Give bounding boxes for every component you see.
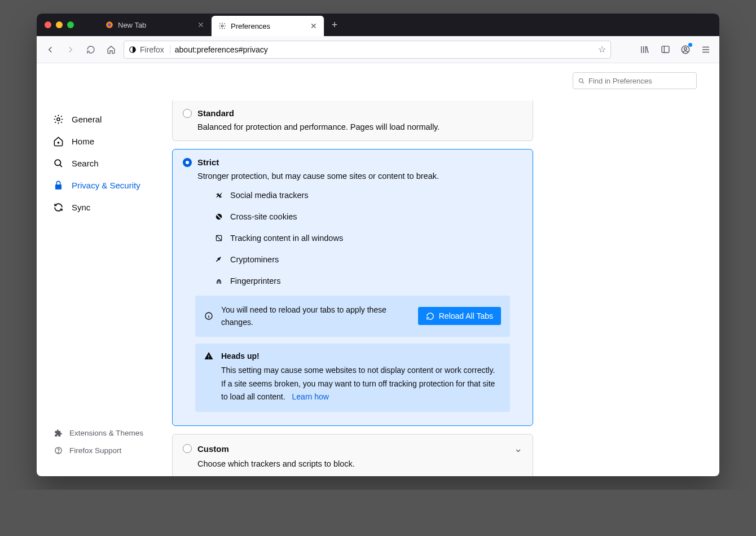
blocked-item-cookies: Cross-site cookies <box>214 212 522 221</box>
forward-button[interactable] <box>63 42 78 58</box>
svg-point-8 <box>58 142 59 143</box>
blocked-item-tracking: Tracking content in all windows <box>214 234 522 243</box>
warning-text: This setting may cause some websites to … <box>221 366 495 402</box>
svg-point-11 <box>58 452 59 452</box>
radio-icon[interactable] <box>183 444 192 453</box>
maximize-window-icon[interactable] <box>67 21 74 28</box>
browser-window: New Tab ✕ Preferences ✕ + Firefox <box>37 14 719 476</box>
thumbs-down-icon <box>214 191 223 199</box>
library-icon[interactable] <box>637 42 653 58</box>
find-in-preferences[interactable] <box>573 72 697 89</box>
notification-dot-icon <box>688 43 692 47</box>
gear-icon <box>218 22 226 30</box>
svg-point-7 <box>56 118 59 121</box>
etp-custom-card[interactable]: Custom ⌄ Choose which trackers and scrip… <box>172 434 533 476</box>
close-window-icon[interactable] <box>45 21 51 28</box>
sidebar-item-privacy[interactable]: Privacy & Security <box>41 174 168 196</box>
sidebar-item-label: General <box>72 115 102 124</box>
puzzle-icon <box>52 429 64 437</box>
sidebar-item-label: Firefox Support <box>69 446 121 455</box>
custom-title: Custom <box>197 444 229 454</box>
reload-all-tabs-button[interactable]: Reload All Tabs <box>418 307 501 325</box>
question-icon <box>52 446 64 455</box>
warning-icon <box>204 352 213 404</box>
reload-button[interactable] <box>83 42 99 58</box>
address-bar[interactable]: Firefox about:preferences#privacy ☆ <box>124 41 611 59</box>
reload-infobox: You will need to reload your tabs to app… <box>195 296 510 337</box>
menu-icon[interactable] <box>698 42 714 58</box>
svg-point-9 <box>55 160 60 165</box>
gear-icon <box>52 114 64 125</box>
bookmark-icon[interactable]: ☆ <box>598 44 606 55</box>
warning-title: Heads up! <box>221 352 501 361</box>
sidebar-item-extensions[interactable]: Extensions & Themes <box>41 424 168 442</box>
minimize-window-icon[interactable] <box>56 21 63 28</box>
blocked-label: Cross-site cookies <box>230 212 297 221</box>
strict-desc: Stronger protection, but may cause some … <box>197 172 522 181</box>
home-button[interactable] <box>103 42 119 58</box>
svg-rect-17 <box>208 358 209 358</box>
sidebar-item-label: Sync <box>72 203 90 212</box>
content-area: General Home Search <box>37 63 719 476</box>
heads-up-box: Heads up! This setting may cause some we… <box>195 344 510 412</box>
etp-standard-card[interactable]: Standard Balanced for protection and per… <box>172 100 533 141</box>
toolbar: Firefox about:preferences#privacy ☆ <box>37 36 719 63</box>
search-icon <box>578 77 585 85</box>
close-icon[interactable]: ✕ <box>197 20 204 29</box>
learn-how-link[interactable]: Learn how <box>292 392 329 401</box>
svg-point-12 <box>579 78 583 82</box>
sidebar-item-general[interactable]: General <box>41 108 168 130</box>
lock-icon <box>52 180 64 191</box>
radio-checked-icon[interactable] <box>183 158 192 167</box>
tab-label: New Tab <box>118 21 146 29</box>
radio-icon[interactable] <box>183 109 192 118</box>
back-button[interactable] <box>42 42 58 58</box>
sidebar-item-search[interactable]: Search <box>41 152 168 174</box>
strict-title: Strict <box>197 157 219 167</box>
etp-strict-card[interactable]: Strict Stronger protection, but may caus… <box>172 149 533 426</box>
chevron-down-icon[interactable]: ⌄ <box>514 442 522 455</box>
sidebar-icon[interactable] <box>657 42 673 58</box>
blocked-item-crypto: Cryptominers <box>214 255 522 264</box>
blocked-item-social: Social media trackers <box>214 191 522 200</box>
search-icon <box>52 158 64 169</box>
sidebar-item-home[interactable]: Home <box>41 130 168 152</box>
sidebar-item-label: Home <box>72 137 94 146</box>
sidebar-item-label: Privacy & Security <box>72 181 140 190</box>
close-icon[interactable]: ✕ <box>310 21 317 30</box>
main-panel: Standard Balanced for protection and per… <box>172 63 719 476</box>
tab-new-tab[interactable]: New Tab ✕ <box>99 14 212 36</box>
reload-button-label: Reload All Tabs <box>439 311 493 320</box>
blocked-list: Social media trackers Cross-site cookies… <box>214 191 522 285</box>
blocked-label: Fingerprinters <box>230 276 280 285</box>
new-tab-button[interactable]: + <box>324 14 345 36</box>
cookie-blocked-icon <box>214 213 223 221</box>
standard-desc: Balanced for protection and performance.… <box>197 122 522 131</box>
svg-rect-4 <box>662 46 669 52</box>
sidebar-item-sync[interactable]: Sync <box>41 196 168 218</box>
sidebar-item-support[interactable]: Firefox Support <box>41 442 168 459</box>
tracking-blocked-icon <box>214 234 223 242</box>
account-icon[interactable] <box>678 42 693 58</box>
tab-preferences[interactable]: Preferences ✕ <box>212 16 324 36</box>
reload-icon <box>426 312 434 320</box>
blocked-label: Social media trackers <box>230 191 309 200</box>
sync-icon <box>52 202 64 213</box>
blocked-label: Cryptominers <box>230 255 279 264</box>
svg-point-6 <box>684 47 687 50</box>
find-input[interactable] <box>588 77 692 85</box>
fingerprint-icon <box>214 277 223 285</box>
standard-title: Standard <box>197 108 234 118</box>
firefox-icon <box>106 21 113 29</box>
info-icon <box>204 311 213 320</box>
address-prefix: Firefox <box>140 45 164 54</box>
sidebar-item-label: Search <box>72 159 99 168</box>
blocked-label: Tracking content in all windows <box>230 234 343 243</box>
home-icon <box>52 136 64 147</box>
reload-message: You will need to reload your tabs to app… <box>221 304 410 329</box>
blocked-item-fingerprint: Fingerprinters <box>214 276 522 285</box>
traffic-lights <box>37 14 82 36</box>
firefox-label: Firefox <box>129 45 170 54</box>
tab-label: Preferences <box>231 22 270 30</box>
sidebar-item-label: Extensions & Themes <box>69 429 143 437</box>
